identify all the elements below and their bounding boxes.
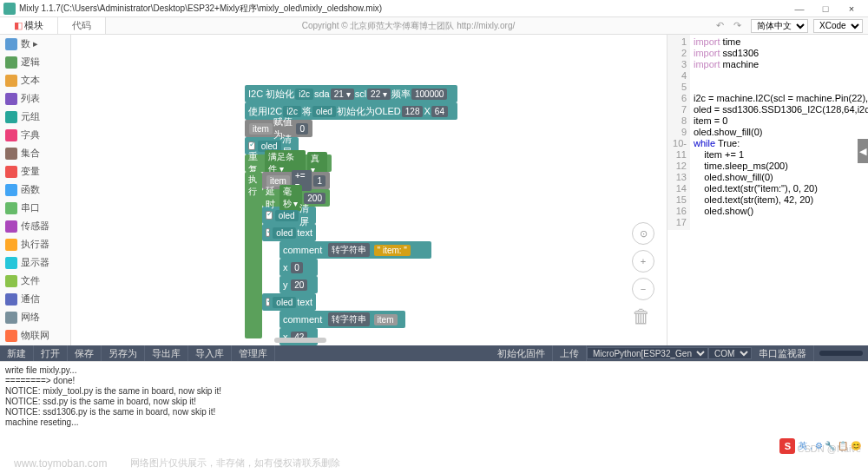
line-gutter: 12345678910‑11121314151617 [667,35,690,230]
minimize-button[interactable]: — [786,0,812,17]
window-title: Mixly 1.1.7(C:\Users\Administrator\Deskt… [19,3,786,15]
checkbox-icon[interactable] [266,298,270,306]
block-text2-head[interactable]: oled text [262,293,316,311]
horizontal-scrollbar[interactable] [142,337,458,344]
import-button[interactable]: 导入库 [188,345,232,361]
sidebar-item[interactable]: 函数 [0,181,70,199]
sidebar-item[interactable]: 变量 [0,162,70,181]
zoom-out-button[interactable]: − [632,278,654,300]
serial-monitor-button[interactable]: 串口监视器 [752,345,814,361]
theme-select[interactable]: XCode [813,19,863,33]
ime-status[interactable]: 英 , ⚙ 🔧 📋 😊 [799,440,861,452]
block-clear2[interactable]: oled 清屏 [262,207,316,224]
init-firmware-button[interactable]: 初始化固件 [490,345,553,361]
sidebar-item[interactable]: 文本 [0,71,70,89]
sidebar-item[interactable]: 网络 [0,308,70,326]
console-output: write file mixly.py...========> done!NOT… [0,361,868,429]
block-text1-comment[interactable]: comment 转字符串 " item: " [279,241,431,259]
manage-button[interactable]: 管理库 [232,345,275,361]
code-text: import time import ssd1306 import machin… [690,35,868,219]
export-button[interactable]: 导出库 [145,345,188,361]
tab-blocks[interactable]: ◧模块 [0,17,58,34]
tab-code[interactable]: 代码 [58,17,106,34]
watermark-text: 网络图片仅供展示，非存储，如有侵权请联系删除 [130,457,340,470]
zoom-in-button[interactable]: + [632,250,654,273]
block-repeat[interactable]: 重复 满足条件 ▾ 真 ▾ [245,154,332,172]
app-icon [3,3,16,15]
block-i2c-init[interactable]: I2C 初始化 i2c sda 21 ▾ scl 22 ▾ 频率 100000 [245,85,457,102]
new-button[interactable]: 新建 [0,345,34,361]
language-select[interactable]: 简体中文 [751,19,808,33]
close-button[interactable]: × [838,0,865,17]
sidebar-item[interactable]: 元组 [0,108,70,126]
progress-bar [819,351,863,356]
block-text1-y[interactable]: y 20 [279,276,318,293]
undo-icon[interactable]: ↶ [716,20,728,32]
block-text2-comment[interactable]: comment 转字符串 item [279,311,405,328]
sidebar-item[interactable]: 执行器 [0,235,70,253]
sidebar-item[interactable]: 集合 [0,144,70,162]
sidebar-item[interactable]: 字典 [0,126,70,144]
watermark-url: www.toymoban.com [14,457,107,470]
port-select[interactable]: COM7 ▾ [708,347,752,359]
sidebar-item[interactable]: 文件 [0,272,70,290]
open-button[interactable]: 打开 [34,345,68,361]
top-bar: ◧模块 代码 Copyright © 北京师范大学傅骞博士团队 http://m… [0,17,868,35]
sidebar-item[interactable]: 逻辑 [0,53,70,71]
maximize-button[interactable]: □ [812,0,838,17]
block-text1-x[interactable]: x 0 [279,259,318,276]
collapse-icon[interactable]: ◀ [858,139,868,163]
upload-button[interactable]: 上传 [553,345,587,361]
block-delay[interactable]: 延时 毫秒 ▾ 200 [262,189,330,207]
sidebar-item[interactable]: 物联网 [0,326,70,345]
sidebar-item[interactable]: 串口 [0,199,70,217]
checkbox-icon[interactable] [266,228,270,237]
code-panel: 12345678910‑11121314151617 import time i… [667,35,868,345]
sidebar-item[interactable]: 列表 [0,89,70,108]
category-sidebar: 数 ▸逻辑文本列表元组字典集合变量函数串口传感器执行器显示器文件通信网络物联网自… [0,35,71,345]
block-assign[interactable]: item 赋值为 0 [245,120,312,137]
redo-icon[interactable]: ↷ [733,20,746,32]
window-titlebar: Mixly 1.1.7(C:\Users\Administrator\Deskt… [0,0,868,17]
board-select[interactable]: MicroPython[ESP32_Generic] [587,347,708,359]
checkbox-icon[interactable] [266,211,273,220]
sidebar-item[interactable]: 数 ▸ [0,35,70,53]
saveas-button[interactable]: 另存为 [102,345,145,361]
sidebar-item[interactable]: 通信 [0,290,70,308]
ime-badges[interactable]: S 英 , ⚙ 🔧 📋 😊 [779,438,861,454]
block-do: 执行 [245,172,262,338]
save-button[interactable]: 保存 [68,345,102,361]
blocks-workspace[interactable]: I2C 初始化 i2c sda 21 ▾ scl 22 ▾ 频率 100000 … [71,35,667,345]
sidebar-item[interactable]: 显示器 [0,253,70,272]
trash-icon[interactable]: 🗑 [632,305,654,333]
checkbox-icon[interactable] [248,141,255,150]
center-button[interactable]: ⊙ [632,222,654,245]
bottom-toolbar: 新建 打开 保存 另存为 导出库 导入库 管理库 初始化固件 上传 MicroP… [0,345,868,361]
sidebar-item[interactable]: 传感器 [0,217,70,235]
sogou-icon[interactable]: S [779,438,795,454]
copyright-text: Copyright © 北京师范大学傅骞博士团队 http://mixly.or… [106,20,711,32]
